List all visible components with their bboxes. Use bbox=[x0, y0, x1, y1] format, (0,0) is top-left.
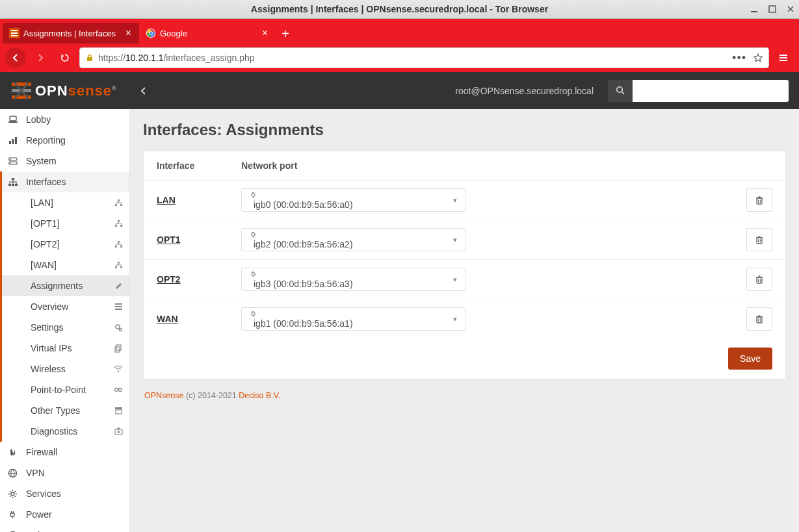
sidebar-item-reporting[interactable]: Reporting bbox=[0, 130, 129, 151]
browser-menu-button[interactable] bbox=[773, 47, 794, 68]
sidebar-item-point-to-point[interactable]: Point-to-Point bbox=[2, 379, 129, 400]
sidebar-item-firewall[interactable]: Firewall bbox=[0, 442, 129, 462]
browser-back-button[interactable] bbox=[5, 47, 26, 68]
sidebar-item-label: VPN bbox=[26, 468, 45, 478]
browser-url-bar[interactable]: https://10.20.1.1/interfaces_assign.php … bbox=[79, 47, 769, 68]
network-port-select[interactable]: igb1 (00:0d:b9:5a:56:a1) ▾ bbox=[241, 307, 465, 331]
svg-rect-41 bbox=[115, 266, 117, 268]
sidebar-item-power[interactable]: Power bbox=[0, 504, 129, 525]
interface-link-opt2[interactable]: OPT2 bbox=[157, 274, 181, 285]
window-title: Assignments | Interfaces | OPNsense.secu… bbox=[251, 4, 548, 14]
svg-rect-20 bbox=[9, 141, 11, 144]
window-maximize-button[interactable] bbox=[768, 5, 777, 14]
page-actions-icon[interactable]: ••• bbox=[732, 51, 746, 65]
column-header-interface: Interface bbox=[144, 151, 228, 181]
sidebar-item-label: Services bbox=[26, 488, 61, 499]
laptop-icon bbox=[8, 115, 20, 124]
table-row: OPT2 igb3 (00:0d:b9:5a:56:a3) ▾ bbox=[144, 260, 785, 299]
sidebar: Lobby Reporting System Interfaces [LAN] … bbox=[0, 109, 130, 532]
browser-forward-button[interactable] bbox=[30, 47, 51, 68]
new-tab-button[interactable]: + bbox=[276, 24, 295, 44]
pencil-icon bbox=[114, 282, 123, 290]
sidebar-item-label: [WAN] bbox=[31, 260, 57, 270]
interface-link-lan[interactable]: LAN bbox=[157, 195, 176, 205]
sitemap-icon bbox=[114, 240, 123, 248]
sidebar-item-label: System bbox=[26, 156, 57, 166]
sidebar-item-services[interactable]: Services bbox=[0, 483, 129, 504]
table-row: LAN igb0 (00:0d:b9:5a:56:a0) ▾ bbox=[144, 181, 785, 220]
save-button[interactable]: Save bbox=[728, 348, 772, 370]
assignments-panel: Interface Network port LAN igb0 (00:0d:b… bbox=[143, 151, 786, 379]
sidebar-item-label: [OPT2] bbox=[31, 239, 59, 249]
delete-interface-button[interactable] bbox=[746, 188, 772, 212]
network-port-select[interactable]: igb2 (00:0d:b9:5a:56:a2) ▾ bbox=[241, 228, 465, 251]
sidebar-item-diagnostics[interactable]: Diagnostics bbox=[2, 421, 129, 442]
sidebar-item-lobby[interactable]: Lobby bbox=[0, 109, 129, 130]
tab-google[interactable]: Google × bbox=[139, 23, 276, 44]
sidebar-item-wan[interactable]: [WAN] bbox=[2, 255, 129, 275]
delete-interface-button[interactable] bbox=[746, 307, 772, 331]
sidebar-item-lan[interactable]: [LAN] bbox=[2, 192, 129, 213]
network-port-select[interactable]: igb0 (00:0d:b9:5a:56:a0) ▾ bbox=[241, 188, 465, 212]
tab-close-icon[interactable]: × bbox=[261, 27, 269, 39]
sidebar-item-virtual-ips[interactable]: Virtual IPs bbox=[2, 338, 129, 359]
fire-icon bbox=[8, 448, 20, 457]
interface-link-opt1[interactable]: OPT1 bbox=[157, 234, 181, 245]
sidebar-item-help[interactable]: Help bbox=[0, 525, 129, 532]
window-controls bbox=[750, 5, 795, 14]
sidebar-item-interfaces[interactable]: Interfaces bbox=[0, 171, 129, 192]
svg-rect-69 bbox=[757, 317, 762, 323]
bookmark-star-icon[interactable] bbox=[753, 53, 763, 63]
svg-rect-42 bbox=[120, 266, 122, 268]
search-input[interactable] bbox=[633, 80, 789, 102]
browser-reload-button[interactable] bbox=[55, 47, 75, 68]
tab-label: Assignments | Interfaces bbox=[23, 29, 120, 38]
opnsense-logo[interactable]: OPNsense® bbox=[10, 81, 117, 101]
svg-rect-22 bbox=[15, 137, 17, 144]
plug-icon bbox=[250, 270, 353, 279]
search-button[interactable] bbox=[608, 80, 633, 102]
tab-label: Google bbox=[160, 29, 257, 38]
svg-rect-39 bbox=[120, 246, 122, 247]
interface-link-wan[interactable]: WAN bbox=[157, 314, 178, 324]
network-port-select[interactable]: igb3 (00:0d:b9:5a:56:a3) ▾ bbox=[241, 268, 465, 291]
window-minimize-button[interactable] bbox=[750, 5, 759, 14]
cogs-icon bbox=[114, 323, 123, 332]
sidebar-item-opt1[interactable]: [OPT1] bbox=[2, 213, 129, 234]
svg-point-26 bbox=[10, 162, 12, 164]
svg-point-50 bbox=[118, 370, 119, 372]
medkit-icon bbox=[114, 427, 123, 435]
chevron-down-icon: ▾ bbox=[453, 196, 457, 205]
svg-rect-18 bbox=[10, 116, 16, 121]
svg-rect-35 bbox=[115, 225, 117, 226]
svg-rect-48 bbox=[116, 345, 121, 350]
footer-company-link[interactable]: Deciso B.V. bbox=[239, 391, 280, 400]
sidebar-item-overview[interactable]: Overview bbox=[2, 296, 129, 317]
svg-rect-27 bbox=[12, 178, 14, 180]
delete-interface-button[interactable] bbox=[746, 268, 772, 291]
browser-tab-strip: Assignments | Interfaces × Google × + bbox=[0, 19, 799, 44]
svg-rect-31 bbox=[118, 199, 120, 201]
sidebar-item-label: Reporting bbox=[26, 135, 66, 146]
sidebar-toggle-button[interactable] bbox=[134, 82, 152, 100]
user-identity: root@OPNsense.securedrop.local bbox=[455, 86, 594, 96]
sidebar-item-opt2[interactable]: [OPT2] bbox=[2, 234, 129, 255]
tab-close-icon[interactable]: × bbox=[124, 27, 133, 39]
main-content: Interfaces: Assignments Interface Networ… bbox=[130, 109, 799, 532]
footer-brand-link[interactable]: OPNsense bbox=[144, 391, 183, 400]
svg-rect-28 bbox=[8, 184, 11, 186]
page-title: Interfaces: Assignments bbox=[143, 121, 786, 139]
sidebar-item-settings[interactable]: Settings bbox=[2, 317, 129, 338]
tab-assignments[interactable]: Assignments | Interfaces × bbox=[3, 23, 139, 44]
sidebar-item-other-types[interactable]: Other Types bbox=[2, 400, 129, 421]
sidebar-item-label: [OPT1] bbox=[31, 218, 59, 229]
delete-interface-button[interactable] bbox=[746, 228, 772, 251]
sidebar-item-vpn[interactable]: VPN bbox=[0, 462, 129, 483]
svg-rect-33 bbox=[120, 204, 122, 205]
sidebar-item-assignments[interactable]: Assignments bbox=[2, 275, 129, 296]
svg-rect-13 bbox=[779, 60, 787, 61]
sidebar-item-system[interactable]: System bbox=[0, 151, 129, 171]
opnsense-logo-mark-icon bbox=[10, 81, 33, 101]
sidebar-item-wireless[interactable]: Wireless bbox=[2, 359, 129, 379]
window-close-button[interactable] bbox=[786, 5, 795, 14]
